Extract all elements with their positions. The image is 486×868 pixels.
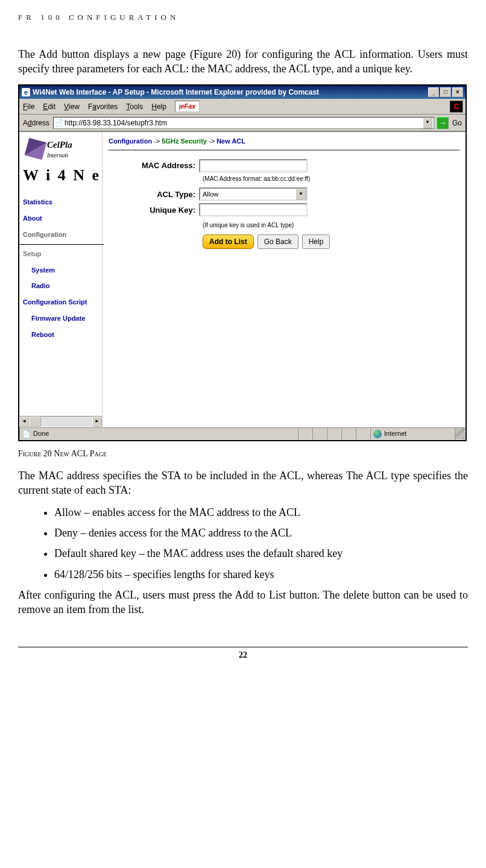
status-text: Done (33, 429, 49, 438)
unique-key-input[interactable] (199, 203, 308, 216)
bc-configuration[interactable]: Configuration (109, 137, 152, 145)
ie-icon: e (22, 88, 30, 96)
status-cell-4 (341, 427, 356, 440)
figure-caption: Figure 20 New ACL Page (18, 448, 468, 460)
status-zone: Internet (370, 427, 455, 440)
logo-brand: CelPla (47, 139, 72, 151)
bc-arrow2: -> (209, 137, 215, 145)
close-button[interactable]: × (452, 87, 463, 97)
sidebar-scrollbar[interactable]: ◄ ► (19, 416, 102, 427)
window-title: Wi4Net Web Interface - AP Setup - Micros… (33, 87, 428, 97)
menu-bar: File Edit View Favorites Tools Help eFax… (19, 99, 465, 115)
bullet-bit-lengths: 64/128/256 bits – specifies lengths for … (54, 567, 468, 582)
nav-setup[interactable]: Setup (23, 246, 102, 262)
nav-config-script[interactable]: Configuration Script (23, 294, 102, 310)
address-input[interactable]: 📄 http://63.98.33.104/setupfr3.htm ▼ (53, 117, 434, 129)
zone-label: Internet (384, 429, 406, 438)
logo-subtitle: Internati (47, 151, 72, 160)
main-divider (109, 149, 459, 151)
address-label: Address (23, 118, 49, 128)
acl-type-select[interactable]: Allow ▼ (199, 187, 308, 201)
maximize-button[interactable]: □ (440, 87, 451, 97)
menu-help[interactable]: Help (151, 102, 166, 112)
page-header: FR 100 CONFIGURATION (18, 12, 468, 23)
nav-list: Statistics About Configuration Setup Sys… (23, 194, 102, 343)
mac-format-hint: (MAC Address format: aa:bb:cc:dd:ee:ff) (203, 175, 459, 183)
screenshot-frame: e Wi4Net Web Interface - AP Setup - Micr… (18, 84, 467, 441)
main-panel: Configuration -> 5GHz Security -> New AC… (103, 132, 465, 427)
efax-button[interactable]: eFax (175, 101, 200, 112)
acl-type-label: ACL Type: (109, 189, 199, 200)
bullet-default-key: Default shared key – the MAC address use… (54, 546, 468, 561)
menu-tools[interactable]: Tools (126, 102, 143, 112)
page-footer: 22 (18, 647, 468, 661)
nav-divider (19, 244, 104, 245)
menu-favorites[interactable]: Favorites (88, 102, 118, 112)
internet-zone-icon (373, 430, 382, 438)
status-cell-2 (312, 427, 327, 440)
bullet-allow: Allow – enables access for the MAC addre… (54, 505, 468, 520)
bc-new-acl: New ACL (216, 137, 245, 145)
address-bar: Address 📄 http://63.98.33.104/setupfr3.h… (19, 115, 465, 131)
paragraph-3: After configuring the ACL, users must pr… (18, 588, 468, 617)
status-cell-1 (298, 427, 312, 440)
status-bar: 📄 Done Internet (19, 427, 465, 440)
scroll-track[interactable] (29, 417, 92, 427)
add-to-list-button[interactable]: Add to List (203, 234, 254, 249)
bc-arrow1: -> (154, 137, 160, 145)
menu-edit[interactable]: Edit (43, 102, 55, 112)
menu-file[interactable]: File (23, 102, 34, 112)
help-button[interactable]: Help (302, 234, 330, 249)
nav-radio[interactable]: Radio (31, 278, 102, 294)
logo-cube-icon (25, 138, 47, 160)
address-url: http://63.98.33.104/setupfr3.htm (63, 118, 423, 128)
nav-system[interactable]: System (31, 262, 102, 278)
unique-key-label: Unique Key: (109, 205, 199, 216)
acl-dropdown-icon[interactable]: ▼ (295, 189, 306, 200)
status-left: 📄 Done (19, 427, 298, 440)
go-label: Go (451, 118, 462, 128)
nav-configuration[interactable]: Configuration (23, 227, 102, 243)
nav-firmware[interactable]: Firmware Update (31, 310, 102, 327)
bullet-deny: Deny – denies access for the MAC address… (54, 526, 468, 540)
resize-grip-icon[interactable] (455, 427, 465, 440)
status-cell-5 (356, 427, 370, 440)
go-back-button[interactable]: Go Back (257, 234, 298, 249)
page-icon: 📄 (55, 119, 63, 127)
throbber-icon: C (450, 101, 463, 113)
bc-security[interactable]: 5GHz Security (162, 137, 207, 145)
wi4net-logo: W i 4 N e (23, 165, 102, 186)
window-titlebar: e Wi4Net Web Interface - AP Setup - Micr… (19, 86, 465, 99)
go-button[interactable]: → (437, 117, 449, 129)
key-hint: (If unique key is used in ACL type) (203, 221, 459, 230)
minimize-button[interactable]: _ (428, 87, 439, 97)
address-dropdown-icon[interactable]: ▼ (423, 118, 432, 128)
menu-view[interactable]: View (64, 102, 80, 112)
sidebar: CelPla Internati W i 4 N e Statistics Ab… (19, 132, 103, 427)
scroll-right-icon[interactable]: ► (92, 417, 102, 427)
status-cell-3 (327, 427, 341, 440)
page-number: 22 (239, 650, 247, 659)
nav-reboot[interactable]: Reboot (31, 327, 102, 343)
nav-statistics[interactable]: Statistics (23, 194, 102, 210)
acl-type-value: Allow (203, 190, 218, 199)
mac-address-input[interactable] (199, 159, 308, 172)
paragraph-2: The MAC address specifies the STA to be … (18, 468, 468, 498)
status-page-icon: 📄 (22, 430, 31, 438)
nav-about[interactable]: About (23, 210, 102, 227)
logo: CelPla Internati (23, 136, 102, 162)
bullet-list: Allow – enables access for the MAC addre… (54, 505, 468, 582)
browser-content: CelPla Internati W i 4 N e Statistics Ab… (19, 131, 465, 427)
mac-address-label: MAC Address: (109, 160, 199, 171)
scroll-thumb[interactable] (29, 417, 41, 427)
breadcrumb: Configuration -> 5GHz Security -> New AC… (109, 137, 459, 146)
scroll-left-icon[interactable]: ◄ (19, 417, 29, 427)
intro-paragraph: The Add button displays a new page (Figu… (18, 47, 468, 77)
